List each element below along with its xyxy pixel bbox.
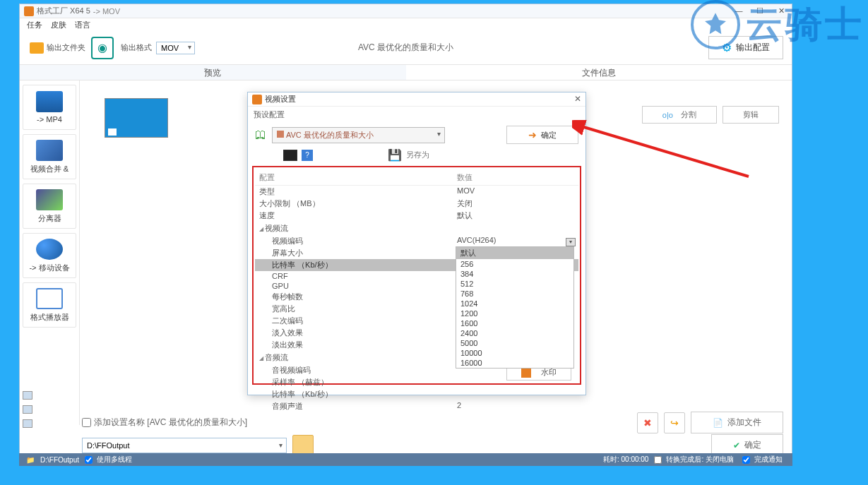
file-add-icon: 📄 xyxy=(713,418,723,428)
dropdown-option[interactable]: 10000 xyxy=(456,348,573,358)
video-settings-modal: 视频设置 ✕ 预设配置 🕮 AVC 最优化的质量和大小 ➜确定 ? 💾 另存为 … xyxy=(247,92,586,395)
browse-folder-button[interactable] xyxy=(292,435,314,456)
titlebar: 格式工厂 X64 5 -> MOV — ☐ ✕ xyxy=(20,4,792,18)
col-value: 数值 xyxy=(457,172,472,183)
bitrate-dropdown-button[interactable]: ▾ xyxy=(566,238,576,246)
app-title: 格式工厂 X64 5 xyxy=(37,6,90,16)
tabbar: 预览 文件信息 xyxy=(20,65,792,80)
dropdown-option[interactable]: 1200 xyxy=(456,309,573,318)
table-row[interactable]: 大小限制 （MB）关闭 xyxy=(255,198,578,210)
multithread-checkbox[interactable]: 使用多线程 xyxy=(85,455,135,465)
menu-task[interactable]: 任务 xyxy=(23,18,47,31)
page-watermark: 云骑士 xyxy=(691,0,864,49)
menu-skin[interactable]: 皮肤 xyxy=(47,18,71,31)
table-row[interactable]: 速度默认 xyxy=(255,210,578,222)
status-elapsed: 耗时: 00:00:00 xyxy=(603,455,648,465)
table-row[interactable]: 视频编码AVC(H264) xyxy=(255,235,578,247)
sidebar: -> MP4 视频合并 & 分离器 -> 移动设备 格式播放器 xyxy=(20,80,80,425)
output-folder-button[interactable]: 输出文件夹 xyxy=(24,40,91,56)
preview-thumb[interactable] xyxy=(105,98,168,138)
add-config-name-checkbox[interactable]: 添加设置名称 [AVC 最优化的质量和大小] xyxy=(82,417,247,429)
dropdown-option[interactable]: 384 xyxy=(456,269,573,279)
status-path: D:\FFOutput xyxy=(40,456,79,464)
split-button[interactable]: o|o 分割 xyxy=(642,106,717,124)
toolbar: 输出文件夹 ◉ 输出格式 MOV AVC 最优化的质量和大小 ⚙ 输出配置 xyxy=(20,31,792,65)
table-row[interactable]: 类型MOV xyxy=(255,186,578,198)
breadcrumb: -> MOV xyxy=(93,7,120,16)
dropdown-option[interactable]: 256 xyxy=(456,259,573,269)
output-path-select[interactable]: D:\FFOutput xyxy=(82,438,287,453)
export-button[interactable]: ↪ xyxy=(664,412,685,433)
engine-icon[interactable]: ◉ xyxy=(91,37,114,59)
notify-checkbox[interactable]: 完成通知 xyxy=(742,455,785,465)
cut-button[interactable]: 剪辑 xyxy=(723,106,779,124)
save-icon[interactable]: 💾 xyxy=(388,148,402,162)
tab-preview[interactable]: 预览 xyxy=(20,65,406,80)
preset-label: 预设配置 xyxy=(248,107,585,123)
settings-area: 配置数值 类型MOV 大小限制 （MB）关闭 速度默认 视频流 视频编码AVC(… xyxy=(252,166,581,385)
remove-button[interactable]: ✖ xyxy=(637,412,658,433)
sidebar-item-mp4[interactable]: -> MP4 xyxy=(23,85,76,130)
modal-titlebar: 视频设置 ✕ xyxy=(248,92,585,107)
sidebar-item-mobile[interactable]: -> 移动设备 xyxy=(23,233,76,278)
dropdown-option[interactable]: 2400 xyxy=(456,328,573,338)
sidebar-item-player[interactable]: 格式播放器 xyxy=(23,282,76,328)
menubar: 任务 皮肤 语言 xyxy=(20,18,792,31)
profile-label: AVC 最优化的质量和大小 xyxy=(358,42,453,54)
output-format-label: 输出格式 xyxy=(121,42,152,53)
add-file-button[interactable]: 📄添加文件 xyxy=(691,412,783,433)
sidebar-item-splitter[interactable]: 分离器 xyxy=(23,184,76,229)
status-bar: 📁 D:\FFOutput 使用多线程 耗时: 00:00:00 转换完成后: … xyxy=(19,453,792,466)
format-select[interactable]: MOV xyxy=(156,42,195,54)
app-icon xyxy=(24,6,34,16)
dock-icon[interactable] xyxy=(23,405,32,414)
menu-lang[interactable]: 语言 xyxy=(71,18,95,31)
remove-icon: ✖ xyxy=(643,417,652,429)
dropdown-option[interactable]: 1024 xyxy=(456,299,573,309)
modal-close-button[interactable]: ✕ xyxy=(574,94,581,104)
col-config: 配置 xyxy=(259,172,457,183)
save-as-label: 另存为 xyxy=(406,150,429,160)
bitrate-dropdown-list: 默认 256 384 512 768 1024 1200 1600 2400 5… xyxy=(456,246,574,369)
cmd-icon[interactable] xyxy=(283,150,297,161)
check-icon: ✔ xyxy=(733,441,740,450)
arrow-icon: ➜ xyxy=(528,129,537,140)
status-folder-icon: 📁 xyxy=(26,456,35,464)
after-conv-checkbox[interactable]: 转换完成后: 关闭电脑 xyxy=(654,455,737,465)
dropdown-option[interactable]: 768 xyxy=(456,289,573,299)
left-dock xyxy=(23,391,35,441)
dropdown-option[interactable]: 1600 xyxy=(456,318,573,328)
sidebar-item-merge[interactable]: 视频合并 & xyxy=(23,134,76,179)
folder-icon xyxy=(30,42,44,54)
modal-icon xyxy=(252,95,262,104)
dropdown-option[interactable]: 512 xyxy=(456,279,573,289)
preset-icon: 🕮 xyxy=(255,128,266,141)
dock-icon[interactable] xyxy=(23,419,32,428)
tab-fileinfo[interactable]: 文件信息 xyxy=(406,65,792,80)
watermark-icon xyxy=(521,368,531,378)
dock-icon[interactable] xyxy=(23,391,32,400)
modal-ok-button[interactable]: ➜确定 xyxy=(506,126,578,144)
export-icon: ↪ xyxy=(670,417,679,429)
table-row[interactable]: 音频声道2 xyxy=(255,400,578,412)
dropdown-option[interactable]: 默认 xyxy=(456,247,573,259)
help-icon[interactable]: ? xyxy=(302,150,313,161)
table-row[interactable]: 比特率 （Kb/秒） xyxy=(255,388,578,400)
dropdown-option[interactable]: 16000 xyxy=(456,358,573,368)
section-video[interactable]: 视频流 xyxy=(255,222,578,235)
dropdown-option[interactable]: 5000 xyxy=(456,338,573,348)
preset-select[interactable]: AVC 最优化的质量和大小 xyxy=(272,127,445,143)
